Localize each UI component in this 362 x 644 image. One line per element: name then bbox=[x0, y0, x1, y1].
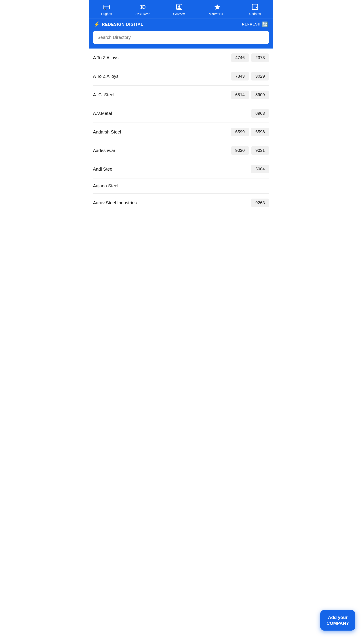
nav-label-market-dir: Market Dir... bbox=[209, 12, 226, 16]
bolt-icon: ⚡ bbox=[94, 22, 100, 27]
search-input[interactable] bbox=[93, 31, 269, 44]
number-badge[interactable]: 6598 bbox=[251, 128, 269, 136]
table-row: Aarav Steel Industries 9263 bbox=[93, 194, 269, 212]
number-badge[interactable]: 9031 bbox=[251, 146, 269, 155]
table-row: A To Z Alloys 7343 3029 bbox=[93, 67, 269, 86]
nav-label-contacts: Contacts bbox=[173, 12, 185, 16]
nav-item-hughes[interactable]: 📞 Hughes bbox=[98, 3, 115, 16]
company-name: Aadi Steel bbox=[93, 166, 249, 172]
refresh-icon: 🔄 bbox=[262, 22, 268, 27]
number-badge[interactable]: 5064 bbox=[251, 165, 269, 173]
table-row: A To Z Alloys 4746 2373 bbox=[93, 48, 269, 67]
number-badge[interactable]: 2373 bbox=[251, 54, 269, 62]
nav-item-calculator[interactable]: Calculator bbox=[133, 3, 152, 17]
directory-list: A To Z Alloys 4746 2373 A To Z Alloys 73… bbox=[89, 48, 273, 212]
svg-text:📞: 📞 bbox=[104, 8, 107, 10]
nav-label-updates: Updates bbox=[249, 12, 261, 16]
table-row: Aajana Steel bbox=[93, 178, 269, 194]
refresh-button[interactable]: REFRESH 🔄 bbox=[242, 22, 268, 27]
nav-label-calculator: Calculator bbox=[135, 12, 149, 16]
table-row: Aadeshwar 9030 9031 bbox=[93, 141, 269, 160]
nav-item-market-dir[interactable]: Market Dir... bbox=[206, 3, 228, 17]
updates-icon bbox=[252, 4, 258, 11]
calculator-icon bbox=[139, 4, 146, 12]
number-badge[interactable]: 7343 bbox=[231, 72, 249, 80]
number-badge[interactable]: 8909 bbox=[251, 90, 269, 99]
number-badge[interactable]: 9030 bbox=[231, 146, 249, 155]
star-icon bbox=[214, 4, 221, 12]
hughes-icon: 📞 bbox=[103, 4, 110, 11]
number-badge[interactable]: 3029 bbox=[251, 72, 269, 80]
company-name: Aarav Steel Industries bbox=[93, 200, 249, 206]
company-name: A.V.Metal bbox=[93, 111, 249, 116]
number-badge[interactable]: 4746 bbox=[231, 54, 249, 62]
table-row: A.V.Metal 8963 bbox=[93, 104, 269, 123]
company-name: A To Z Alloys bbox=[93, 74, 229, 79]
svg-point-8 bbox=[178, 5, 180, 7]
company-name: Aadarsh Steel bbox=[93, 130, 229, 134]
brand-label: REDESIGN DIGITAL bbox=[102, 22, 143, 27]
contacts-icon bbox=[176, 4, 183, 12]
nav-item-updates[interactable]: Updates bbox=[247, 3, 264, 16]
svg-marker-9 bbox=[214, 4, 220, 10]
table-row: A. C. Steel 6514 8909 bbox=[93, 86, 269, 104]
company-name: A. C. Steel bbox=[93, 92, 229, 98]
number-badge[interactable]: 6599 bbox=[231, 128, 249, 136]
number-badge[interactable]: 9263 bbox=[251, 198, 269, 207]
company-name: A To Z Alloys bbox=[93, 55, 229, 60]
nav-item-contacts[interactable]: Contacts bbox=[170, 3, 188, 17]
refresh-label: REFRESH bbox=[242, 22, 261, 26]
top-navigation: 📞 Hughes Calculator Contacts bbox=[89, 0, 273, 19]
company-name: Aajana Steel bbox=[93, 183, 269, 188]
sub-header: ⚡ REDESIGN DIGITAL REFRESH 🔄 bbox=[89, 19, 273, 31]
company-name: Aadeshwar bbox=[93, 148, 229, 153]
nav-label-hughes: Hughes bbox=[101, 12, 112, 16]
number-badge[interactable]: 6514 bbox=[231, 90, 249, 99]
number-badge[interactable]: 8963 bbox=[251, 109, 269, 118]
table-row: Aadi Steel 5064 bbox=[93, 160, 269, 178]
table-row: Aadarsh Steel 6599 6598 bbox=[93, 123, 269, 141]
search-container bbox=[89, 31, 273, 48]
brand-section: ⚡ REDESIGN DIGITAL bbox=[94, 22, 143, 27]
